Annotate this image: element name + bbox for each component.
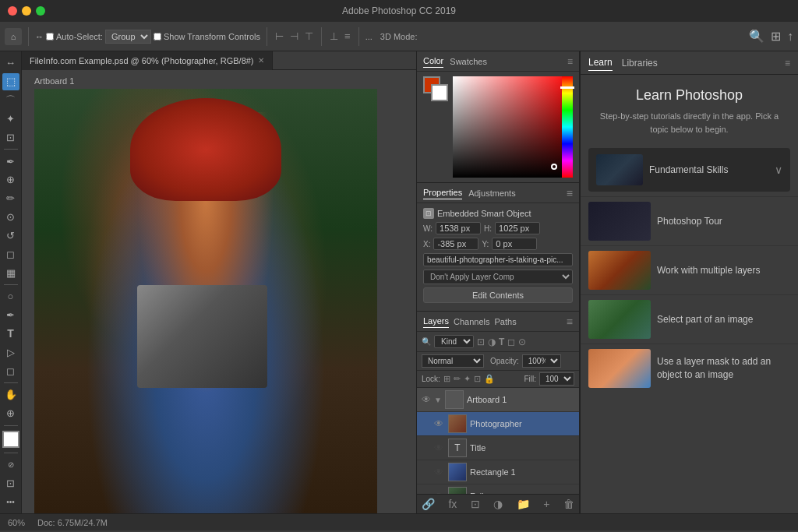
layer-vis-rectangle[interactable]: 👁 [433,466,445,478]
filter-smart-icon[interactable]: ⊙ [518,336,526,347]
lock-transparent-icon[interactable]: ⊞ [443,374,450,384]
add-group-icon[interactable]: 📁 [517,498,530,510]
delete-layer-icon[interactable]: 🗑 [563,498,574,510]
search-icon[interactable]: 🔍 [749,29,764,44]
tab-close-icon[interactable]: ✕ [258,56,264,65]
layer-row-rectangle[interactable]: 👁 Rectangle 1 [417,460,579,484]
auto-select-checkbox[interactable] [46,33,54,41]
more-tools[interactable]: ••• [2,493,19,510]
lock-artboard-icon[interactable]: ⊡ [474,374,481,384]
arrange-icon[interactable]: ⊞ [771,29,781,44]
layers-tab[interactable]: Layers [423,315,449,328]
add-link-icon[interactable]: 🔗 [422,498,435,510]
layers-menu-icon[interactable]: ≡ [567,315,573,328]
fill-select[interactable]: 100% [539,372,574,386]
color-panel-menu-icon[interactable]: ≡ [567,56,573,67]
learn-tab[interactable]: Learn [588,55,613,71]
close-button[interactable] [8,6,17,16]
brush-tool[interactable]: ✏ [2,190,19,207]
hue-slider[interactable] [562,76,573,178]
filter-shape-icon[interactable]: ◻ [507,336,515,347]
type-tool[interactable]: T [2,326,19,343]
layer-thumb-rectangle [448,463,467,481]
properties-tab[interactable]: Properties [423,186,462,199]
lasso-tool[interactable]: ⌒ [2,92,19,109]
adjustments-tab[interactable]: Adjustments [468,187,516,199]
fundamental-skills-header[interactable]: Fundamental Skills ∨ [588,148,790,192]
zoom-tool[interactable]: ⊕ [2,405,19,422]
add-adjustment-icon[interactable]: ◑ [493,498,503,510]
pen-tool[interactable]: ✒ [2,307,19,324]
auto-select-dropdown[interactable]: Group Layer [105,30,151,44]
layer-row-foliage[interactable]: 👁 Foliage [417,484,579,494]
home-button[interactable]: ⌂ [5,28,22,45]
add-mask-icon[interactable]: ⊡ [471,498,480,510]
toolbar: ⌂ ↔ Auto-Select: Group Layer Show Transf… [0,22,798,51]
fill-label: Fill: [524,375,536,383]
artboard-group-header[interactable]: 👁 ▼ Artboard 1 [417,388,579,412]
filter-type-icon[interactable]: T [499,336,504,347]
tutorial-item-select[interactable]: Select part of an image [581,294,798,344]
layer-comp-dropdown[interactable]: Don't Apply Layer Comp [423,270,573,284]
layer-row-title[interactable]: 👁 T Title [417,436,579,460]
marquee-tool[interactable]: ⬚ [2,73,19,90]
libraries-tab[interactable]: Libraries [622,55,658,71]
gradient-tool[interactable]: ▦ [2,264,19,281]
add-layer-icon[interactable]: + [543,498,549,510]
filter-adjust-icon[interactable]: ◑ [488,336,496,347]
quick-select-tool[interactable]: ✦ [2,110,19,127]
eraser-tool[interactable]: ◻ [2,245,19,262]
canvas-scroll[interactable]: Artboard 1 © FileInfo.com [22,70,416,513]
properties-menu-icon[interactable]: ≡ [567,187,573,199]
tutorial-item-layers[interactable]: Work with multiple layers [581,245,798,294]
channels-tab[interactable]: Channels [454,315,489,328]
color-tab[interactable]: Color [423,55,443,68]
more-options-label[interactable]: ... [365,32,373,41]
x-field[interactable] [433,238,478,250]
artboard-expand-icon[interactable]: ▼ [434,396,442,404]
filter-pixel-icon[interactable]: ⊡ [477,336,485,347]
add-fx-icon[interactable]: fx [448,498,457,510]
lock-position-icon[interactable]: ✦ [464,374,471,384]
show-transform-checkbox[interactable] [154,33,161,41]
clone-tool[interactable]: ⊙ [2,209,19,226]
dodge-tool[interactable]: ○ [2,288,19,305]
tutorial-item-tour[interactable]: Photoshop Tour [581,196,798,245]
lock-image-icon[interactable]: ✏ [454,374,461,384]
y-field[interactable] [492,238,537,250]
move-tool[interactable]: ↔ [2,55,19,72]
artboard-vis-icon[interactable]: 👁 [422,394,431,405]
shape-tool[interactable]: ◻ [2,362,19,379]
color-cursor [551,164,557,170]
lock-all-icon[interactable]: 🔒 [484,374,495,384]
swatches-tab[interactable]: Swatches [450,55,487,68]
crop-tool[interactable]: ⊡ [2,129,19,146]
height-field[interactable] [495,222,540,234]
spot-heal-tool[interactable]: ⊕ [2,171,19,188]
background-color[interactable] [2,431,19,448]
filter-kind-select[interactable]: Kind [434,335,474,348]
history-tool[interactable]: ↺ [2,227,19,244]
quick-mask-tool[interactable]: ⊘ [2,456,19,473]
eyedropper-tool[interactable]: ✒ [2,153,19,170]
learn-panel-menu-icon[interactable]: ≡ [785,58,790,69]
background-color-swatch[interactable] [431,84,448,101]
minimize-button[interactable] [22,6,31,16]
layer-vis-photographer[interactable]: 👁 [433,417,445,430]
layer-vis-title[interactable]: 👁 [433,442,445,454]
maximize-button[interactable] [36,6,45,16]
doc-size: Doc: 6.75M/24.7M [37,518,108,527]
document-tab[interactable]: FileInfo.com Example.psd @ 60% (Photogra… [22,51,273,70]
hand-tool[interactable]: ✋ [2,386,19,403]
tutorial-item-mask[interactable]: Use a layer mask to add an object to an … [581,344,798,393]
layer-row-photographer[interactable]: 👁 Photographer [417,412,579,436]
paths-tab[interactable]: Paths [495,315,517,328]
screen-mode-tool[interactable]: ⊡ [2,474,19,491]
edit-contents-button[interactable]: Edit Contents [423,287,573,303]
share-icon[interactable]: ↑ [787,30,793,44]
color-gradient-picker[interactable] [453,76,573,178]
blend-mode-select[interactable]: Normal Multiply Screen [422,354,484,368]
opacity-select[interactable]: 100% [522,354,561,368]
width-field[interactable] [436,222,481,234]
path-select-tool[interactable]: ▷ [2,344,19,361]
